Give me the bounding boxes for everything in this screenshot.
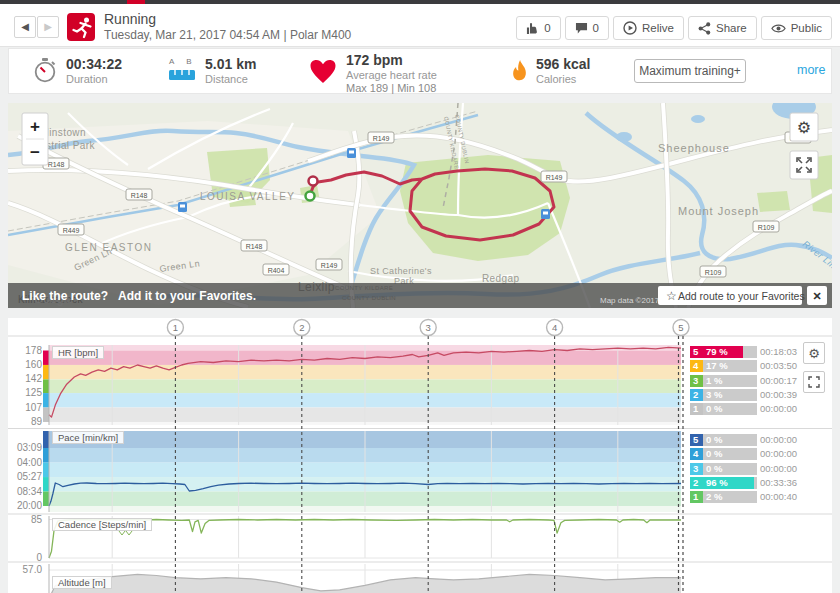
flame-icon: [512, 58, 527, 83]
like-button[interactable]: 0: [516, 16, 560, 40]
pace-zone-time: 00:33:36: [757, 477, 797, 489]
km-marker-label: 5: [678, 322, 683, 333]
zone-percent: 96 %: [706, 477, 728, 489]
hr-zone-axis-square: [43, 351, 49, 365]
hr-zone-axis-square: [43, 379, 49, 393]
running-icon: [67, 13, 95, 41]
map-fullscreen-button[interactable]: [790, 151, 818, 179]
star-icon: ☆: [666, 289, 677, 303]
km-marker-label: 1: [173, 322, 178, 333]
hr-zone-axis-square: [43, 393, 49, 407]
hr-zone-time: 00:18:03: [757, 346, 797, 358]
chart-settings-button[interactable]: ⚙: [803, 342, 825, 364]
map-place-label: Sheephouse: [658, 142, 730, 154]
zoom-in-button[interactable]: +: [30, 117, 40, 136]
heart-rate-minmax: Max 189 | Min 108: [346, 82, 437, 94]
map-place-label: LOUISA VALLEY: [200, 191, 295, 202]
cadence-walk-marks: [119, 531, 132, 535]
comment-button[interactable]: 0: [565, 16, 609, 40]
map-place-label: Mount Joseph: [678, 205, 759, 217]
zone-percent: 0 %: [706, 463, 722, 475]
pace-ytick-label: 08:34: [17, 486, 42, 497]
add-route-favorites-label: Add route to your Favorites: [678, 290, 805, 302]
calories-label: Calories: [536, 73, 591, 85]
pace-zone-time: 00:00:40: [757, 491, 797, 503]
map-place-label: llinstown: [44, 127, 86, 138]
distance-label: Distance: [205, 73, 256, 85]
route-map[interactable]: llinstownustrial ParkLOUISA VALLEYGLEN E…: [8, 103, 832, 308]
road-badge-label: R148: [48, 161, 65, 168]
gear-icon: ⚙: [797, 119, 811, 136]
header-actions: 00ReliveSharePublic: [516, 16, 832, 40]
zone-number: 5: [693, 434, 698, 446]
transit-station-glyph: [543, 212, 548, 215]
training-benefit-button[interactable]: Maximum training+: [634, 59, 746, 83]
action-label: Relive: [642, 22, 674, 34]
pace-ytick-label: 04:00: [17, 457, 42, 468]
pace-ytick-label: 03:09: [17, 442, 42, 453]
road-badge-label: R148: [131, 192, 148, 199]
public-button[interactable]: Public: [761, 16, 832, 40]
action-label: Share: [716, 22, 747, 34]
hr-zone-time: 00:00:17: [757, 375, 797, 387]
favorites-prompt: Like the route?: [22, 289, 108, 303]
altitude-ytick-label: 57.0: [23, 564, 43, 575]
pace-zone-axis-square: [43, 463, 49, 477]
relive-button[interactable]: Relive: [613, 16, 684, 40]
pace-zone-axis-square: [43, 431, 49, 448]
action-label: 0: [593, 22, 599, 34]
hr-zone-axis-square: [43, 365, 49, 379]
hr-ytick-label: 107: [25, 402, 42, 413]
route-start-marker: [306, 192, 315, 201]
road-badge-label: R404: [268, 267, 285, 274]
share-icon: [698, 22, 711, 35]
pace-ytick-label: 05:27: [17, 471, 42, 482]
pace-zone-axis-square: [43, 477, 49, 491]
previous-session-button[interactable]: ◀: [14, 16, 36, 38]
zone-number: 4: [693, 360, 698, 372]
zone-number: 4: [693, 448, 698, 460]
stats-bar: 00:34:22 Duration AB 5.01 km Distance 17…: [8, 48, 832, 94]
favorites-prompt-rest: Add it to your Favorites.: [118, 289, 256, 303]
map-park-area: [757, 191, 790, 212]
chart-fullscreen-button[interactable]: [803, 371, 825, 393]
road-badge-label: R449: [63, 227, 80, 234]
zone-percent: 0 %: [706, 403, 722, 415]
activity-title: Running: [104, 11, 156, 27]
hr-zone-time: 00:00:39: [757, 389, 797, 401]
hr-zone-time: 00:00:00: [757, 403, 797, 415]
road-badge-label: R109: [705, 269, 722, 276]
map-pond: [691, 115, 705, 123]
transit-station-glyph: [180, 205, 185, 208]
hr-zone-time: 00:03:50: [757, 360, 797, 372]
zone-number: 2: [693, 389, 698, 401]
duration-value: 00:34:22: [66, 56, 122, 72]
pace-zone-axis-square: [43, 492, 49, 506]
heart-rate-value: 172 bpm: [346, 52, 437, 68]
zone-percent: 79 %: [706, 346, 728, 358]
more-link[interactable]: more: [797, 63, 825, 77]
road-badge-label: R149: [321, 262, 338, 269]
pace-chart-label: Pace [min/km]: [52, 431, 124, 444]
altitude-chart-label: Altitude [m]: [52, 576, 112, 589]
heart-icon: [309, 59, 337, 84]
road-badge-label: R109: [758, 224, 775, 231]
pace-zone-time: 00:00:00: [757, 463, 797, 475]
map-place-label: St Catherine's: [370, 266, 432, 276]
training-charts-panel: 1781601421251078903:0904:0005:2708:3420:…: [8, 318, 832, 593]
pace-zone-time: 00:00:00: [757, 434, 797, 446]
distance-icon: AB: [169, 57, 199, 84]
road-badge-label: R149: [373, 135, 390, 142]
hr-ytick-label: 89: [31, 416, 43, 427]
zoom-out-button[interactable]: −: [30, 143, 40, 162]
zone-number: 3: [693, 463, 698, 475]
zone-number: 1: [693, 403, 698, 415]
pace-zone-axis-square: [43, 448, 49, 463]
zone-percent: 0 %: [706, 448, 722, 460]
close-icon: ✕: [812, 290, 821, 302]
zone-number: 3: [693, 375, 698, 387]
hr-ytick-label: 142: [25, 373, 42, 384]
next-session-button[interactable]: ▶: [37, 16, 59, 38]
share-button[interactable]: Share: [688, 16, 757, 40]
road-badge-label: R149: [546, 174, 563, 181]
